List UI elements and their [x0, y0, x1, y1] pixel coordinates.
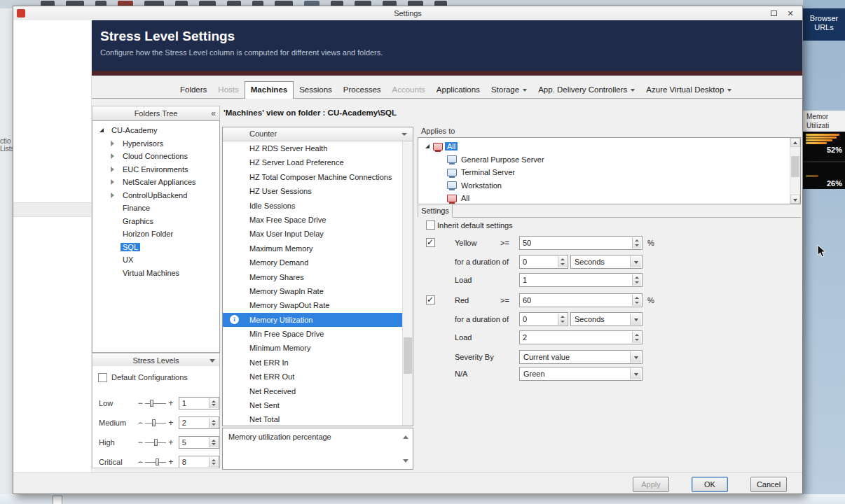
spinner-buttons[interactable]	[632, 274, 641, 286]
scrollbar-thumb[interactable]	[404, 337, 412, 374]
counter-item[interactable]: i HZ RDS Server Health	[223, 141, 403, 155]
chevron-up-icon[interactable]	[403, 433, 408, 439]
view-tab[interactable]: Hosts	[212, 82, 244, 98]
stress-value-input[interactable]: 5	[179, 436, 219, 449]
default-configurations-checkbox[interactable]	[98, 373, 107, 382]
counter-item[interactable]: i HZ Server Load Preference	[223, 155, 403, 169]
counter-item[interactable]: i Idle Sessions	[223, 199, 403, 213]
counter-item[interactable]: i Memory SwapOut Rate	[223, 298, 403, 312]
severity-by-select[interactable]: Current value	[519, 350, 643, 364]
folder-tree-item[interactable]: EUC Environments	[92, 163, 219, 176]
counter-item[interactable]: i Net Received	[223, 384, 403, 398]
view-tab[interactable]: Accounts	[387, 82, 431, 98]
counter-item[interactable]: i Net Sent	[223, 398, 403, 412]
counter-item[interactable]: i Memory SwapIn Rate	[223, 284, 403, 298]
spinner-buttons[interactable]	[632, 237, 641, 248]
chevron-down-icon[interactable]	[209, 359, 215, 365]
sidebar-item[interactable]	[13, 262, 91, 276]
applies-to-item[interactable]: Workstation	[418, 179, 800, 192]
folder-tree-item[interactable]: SQL	[92, 241, 219, 254]
sidebar-item[interactable]	[13, 307, 91, 321]
sidebar-item[interactable]	[13, 336, 91, 351]
counter-item[interactable]: i HZ User Sessions	[223, 184, 403, 198]
view-tab[interactable]: Sessions	[294, 82, 338, 98]
sidebar-item[interactable]	[13, 172, 91, 187]
decrease-button[interactable]: −	[137, 398, 144, 408]
sidebar-item[interactable]	[13, 366, 91, 381]
spinner-buttons[interactable]	[209, 398, 218, 408]
collapse-panel-button[interactable]: «	[211, 106, 216, 121]
counter-item[interactable]: i Max Free Space Drive	[223, 213, 403, 227]
sidebar-item[interactable]	[13, 232, 91, 246]
sidebar-item[interactable]	[13, 38, 91, 52]
counter-column-header[interactable]: Counter	[223, 127, 413, 141]
folder-tree-item[interactable]: Graphics	[92, 215, 219, 228]
sidebar-item[interactable]	[13, 23, 91, 38]
spinner-buttons[interactable]	[209, 457, 218, 467]
red-duration-input[interactable]: 0	[519, 312, 568, 326]
stress-slider[interactable]	[145, 439, 166, 446]
folder-tree-item[interactable]: Hypervisors	[92, 137, 219, 150]
spinner-buttons[interactable]	[632, 295, 641, 306]
applies-to-item[interactable]: Terminal Server	[418, 166, 800, 179]
sidebar-item[interactable]	[13, 246, 91, 261]
sidebar-item[interactable]	[13, 217, 91, 232]
yellow-enabled-checkbox[interactable]	[426, 238, 435, 247]
expand-icon[interactable]	[109, 166, 116, 173]
slider-handle[interactable]	[156, 458, 159, 465]
red-enabled-checkbox[interactable]	[426, 295, 435, 304]
sidebar-item[interactable]	[13, 142, 91, 157]
view-tab[interactable]: Processes	[338, 82, 387, 98]
chevron-down-icon[interactable]	[403, 459, 408, 465]
dialog-titlebar[interactable]: Settings ✕	[13, 6, 802, 21]
cancel-button[interactable]: Cancel	[750, 477, 787, 492]
slider-handle[interactable]	[154, 439, 158, 446]
applies-to-scrollbar[interactable]	[790, 138, 800, 204]
red-threshold-input[interactable]: 60	[519, 293, 643, 307]
counter-item[interactable]: i HZ Total Composer Machine Connections	[223, 170, 403, 184]
spinner-buttons[interactable]	[558, 256, 567, 267]
folder-tree-item[interactable]: Cloud Connections	[92, 150, 219, 163]
sidebar-item[interactable]	[13, 202, 91, 217]
yellow-threshold-input[interactable]: 50	[519, 236, 643, 250]
counter-item[interactable]: i Memory Utilization	[223, 313, 403, 327]
sidebar-item[interactable]	[13, 97, 91, 112]
folder-tree-item[interactable]: UX	[92, 253, 219, 267]
spinner-buttons[interactable]	[209, 438, 218, 447]
sidebar-item[interactable]	[13, 53, 91, 68]
sidebar-item[interactable]	[13, 158, 91, 172]
ok-button[interactable]: OK	[692, 477, 728, 492]
counter-scrollbar[interactable]	[402, 141, 413, 426]
increase-button[interactable]: +	[167, 438, 174, 447]
scrollbar-thumb[interactable]	[791, 156, 799, 177]
stress-slider[interactable]	[145, 458, 166, 465]
slider-handle[interactable]	[150, 400, 153, 407]
applies-to-item[interactable]: All	[418, 140, 800, 153]
expand-icon[interactable]	[109, 192, 116, 199]
increase-button[interactable]: +	[167, 457, 174, 467]
decrease-button[interactable]: −	[137, 457, 144, 467]
scroll-down-button[interactable]	[790, 195, 800, 204]
tab-settings[interactable]: Settings	[418, 204, 453, 218]
spinner-buttons[interactable]	[632, 332, 641, 343]
counter-item[interactable]: i Memory Shares	[223, 270, 403, 284]
sidebar-item[interactable]	[13, 187, 91, 202]
counter-item[interactable]: i Memory Demand	[223, 255, 403, 270]
slider-handle[interactable]	[152, 419, 156, 426]
red-load-input[interactable]: 2	[519, 330, 643, 344]
yellow-duration-unit-select[interactable]: Seconds	[570, 255, 643, 269]
view-tab[interactable]: Folders	[174, 82, 212, 98]
folder-tree-item[interactable]: Finance	[92, 202, 219, 215]
spinner-buttons[interactable]	[558, 314, 567, 325]
apply-button[interactable]: Apply	[633, 477, 669, 492]
counter-item[interactable]: i Net ERR In	[223, 356, 403, 370]
expand-icon[interactable]	[109, 178, 116, 186]
counter-item[interactable]: i Minimum Memory	[223, 341, 403, 355]
view-tab[interactable]: Applications	[431, 82, 486, 98]
expand-icon[interactable]	[424, 143, 431, 150]
red-duration-unit-select[interactable]: Seconds	[570, 312, 643, 326]
expand-icon[interactable]	[109, 140, 116, 147]
folder-tree-item[interactable]: NetScaler Appliances	[92, 176, 219, 189]
spinner-buttons[interactable]	[209, 418, 218, 428]
applies-to-item[interactable]: All	[418, 192, 800, 204]
